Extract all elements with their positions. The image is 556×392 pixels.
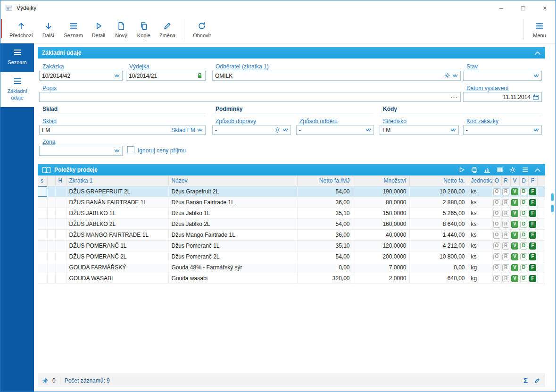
- flag-o-button[interactable]: O: [493, 221, 500, 228]
- cell-netto-mj[interactable]: 54,00: [297, 186, 353, 197]
- cell-zkratka[interactable]: DŽUS POMERANČ 1L: [66, 241, 168, 251]
- col-s[interactable]: s: [38, 175, 47, 186]
- combo-dropdown-icon[interactable]: [452, 74, 458, 78]
- run-icon[interactable]: [458, 166, 465, 174]
- stav-input[interactable]: [466, 73, 531, 79]
- cell-netto-mj[interactable]: 36,00: [297, 230, 353, 241]
- flag-o-button[interactable]: O: [493, 199, 500, 206]
- cell-zkratka[interactable]: DŽUS GRAPEFRUIT 2L: [66, 186, 168, 197]
- flag-f-button[interactable]: F: [529, 221, 536, 228]
- toolbar-button-detail[interactable]: Detail: [87, 19, 110, 39]
- cell-nazev[interactable]: Džus Pomeranč 1L: [168, 241, 297, 251]
- sklad-input[interactable]: [42, 127, 169, 133]
- gear-icon[interactable]: [274, 127, 281, 133]
- flag-o-button[interactable]: O: [493, 242, 500, 250]
- combo-dropdown-icon[interactable]: [114, 74, 120, 78]
- cell-netto-mj[interactable]: 0,00: [297, 262, 353, 273]
- combo-dropdown-icon[interactable]: [282, 128, 288, 132]
- cell-netto[interactable]: 4 212,00: [409, 241, 468, 251]
- cell-jednotka[interactable]: kg: [468, 273, 492, 284]
- flag-r-button[interactable]: R: [502, 188, 509, 195]
- cell-mnozstvi[interactable]: 150,0000: [353, 208, 409, 219]
- cell-netto[interactable]: 640,00: [409, 273, 468, 284]
- combo-dropdown-icon[interactable]: [114, 149, 120, 153]
- datum-vystaveni-label[interactable]: Datum vystavení: [466, 85, 508, 92]
- stav-label[interactable]: Stav: [466, 63, 478, 70]
- cell-zkratka[interactable]: DŽUS POMERANČ 2L: [66, 251, 168, 262]
- close-button[interactable]: ×: [534, 0, 556, 15]
- toolbar-button-zmena[interactable]: Změna: [155, 19, 180, 39]
- sidebar-item-zakladni-udaje[interactable]: Základní údaje: [0, 72, 34, 108]
- flag-v-button[interactable]: V: [511, 242, 518, 250]
- cell-jednotka[interactable]: ks: [468, 251, 492, 262]
- col-v[interactable]: V: [510, 175, 519, 186]
- table-row[interactable]: GOUDA WASABI Gouda wasabi 320,00 2,0000 …: [38, 273, 545, 284]
- flag-o-button[interactable]: O: [493, 264, 500, 271]
- maximize-button[interactable]: □: [512, 0, 534, 15]
- toolbar-button-menu[interactable]: Menu: [528, 19, 551, 39]
- cell-nazev[interactable]: Gouda wasabi: [168, 273, 297, 284]
- col-mnozstvi[interactable]: Množství: [353, 175, 409, 186]
- table-row[interactable]: GOUDA FARMÁŘSKÝ Gouda 48% - Farmářský sý…: [38, 262, 545, 273]
- cell-zkratka[interactable]: DŽUS JABLKO 2L: [66, 219, 168, 230]
- cell-zkratka[interactable]: DŽUS MANGO FAIRTRADE 1L: [66, 230, 168, 241]
- flag-f-button[interactable]: F: [529, 242, 536, 250]
- cell-mnozstvi[interactable]: 7,0000: [353, 262, 409, 273]
- flag-o-button[interactable]: O: [493, 232, 500, 239]
- flag-r-button[interactable]: R: [502, 221, 509, 228]
- cell-mnozstvi[interactable]: 200,0000: [353, 251, 409, 262]
- cell-zkratka[interactable]: GOUDA WASABI: [66, 273, 168, 284]
- table-row[interactable]: DŽUS MANGO FAIRTRADE 1L Džus Mango Fairt…: [38, 230, 545, 241]
- row-select-cell[interactable]: [38, 262, 47, 273]
- cell-netto[interactable]: 2 880,00: [409, 197, 468, 208]
- flag-d-button[interactable]: D: [520, 232, 527, 239]
- col-o[interactable]: O: [492, 175, 501, 186]
- flag-v-button[interactable]: V: [511, 253, 518, 260]
- odberatel-input[interactable]: [215, 73, 442, 79]
- flag-f-button[interactable]: F: [529, 232, 536, 239]
- cell-netto-mj[interactable]: 36,00: [297, 197, 353, 208]
- table-row[interactable]: DŽUS GRAPEFRUIT 2L Džus Grapefruit 2L 54…: [38, 186, 545, 197]
- table-row[interactable]: DŽUS BANÁN FAIRTRADE 1L Džus Banán Fairt…: [38, 197, 545, 208]
- flag-v-button[interactable]: V: [511, 188, 518, 195]
- flag-r-button[interactable]: R: [502, 253, 509, 260]
- flag-r-button[interactable]: R: [502, 232, 509, 239]
- row-select-cell[interactable]: [38, 208, 47, 219]
- toolbar-button-dalsi[interactable]: Další: [37, 19, 60, 39]
- cell-nazev[interactable]: Džus Jablko 1L: [168, 208, 297, 219]
- toolbar-button-predchozi[interactable]: Předchozí: [5, 19, 37, 39]
- row-select-cell[interactable]: [38, 186, 47, 197]
- flag-f-button[interactable]: F: [529, 264, 536, 271]
- freeze-icon[interactable]: [42, 378, 48, 384]
- toolbar-button-novy[interactable]: Nový: [110, 19, 133, 39]
- cell-nazev[interactable]: Gouda 48% - Farmářský sýr: [168, 262, 297, 273]
- zpusob-dopravy-input[interactable]: [215, 127, 273, 133]
- flag-v-button[interactable]: V: [511, 199, 518, 206]
- chart-icon[interactable]: [483, 166, 491, 174]
- col-r[interactable]: R: [501, 175, 510, 186]
- zpusob-odberu-label[interactable]: Způsob odběru: [299, 118, 338, 125]
- edit-pencil-icon[interactable]: [534, 377, 540, 384]
- gear-icon[interactable]: [444, 73, 450, 79]
- cell-netto-mj[interactable]: 54,00: [297, 251, 353, 262]
- ellipsis-button[interactable]: ···: [450, 94, 458, 100]
- cell-mnozstvi[interactable]: 40,0000: [353, 230, 409, 241]
- zpusob-odberu-input[interactable]: [299, 127, 364, 133]
- col-f[interactable]: F: [528, 175, 537, 186]
- zona-label[interactable]: Zóna: [42, 139, 55, 145]
- cell-zkratka[interactable]: DŽUS BANÁN FAIRTRADE 1L: [66, 197, 168, 208]
- toolbar-button-obnovit[interactable]: Obnovit: [189, 19, 215, 39]
- flag-r-button[interactable]: R: [502, 199, 509, 206]
- ignoruj-ceny-label[interactable]: Ignoruj ceny příjmu: [138, 147, 186, 154]
- cell-netto-mj[interactable]: 35,10: [297, 241, 353, 251]
- sklad-detail-link[interactable]: Sklad FM: [171, 127, 195, 133]
- zpusob-dopravy-label[interactable]: Způsob dopravy: [216, 118, 256, 125]
- row-select-cell[interactable]: [38, 241, 47, 251]
- table-row[interactable]: DŽUS JABLKO 1L Džus Jablko 1L 35,10 150,…: [38, 208, 545, 219]
- menu-icon[interactable]: [522, 166, 529, 174]
- flag-r-button[interactable]: R: [502, 275, 509, 282]
- popis-input[interactable]: [42, 94, 448, 100]
- flag-d-button[interactable]: D: [520, 199, 527, 206]
- kod-zakazky-input[interactable]: [466, 127, 531, 133]
- cell-netto-mj[interactable]: 54,00: [297, 219, 353, 230]
